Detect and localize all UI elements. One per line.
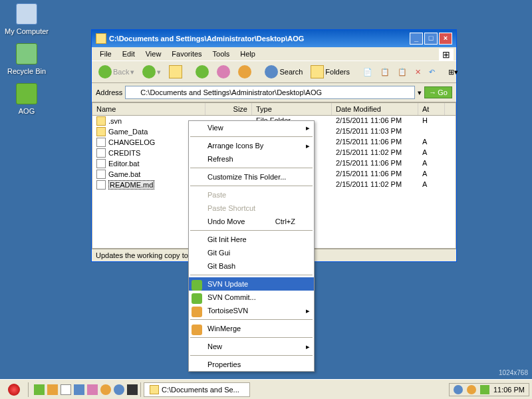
up-button[interactable] [166,64,185,80]
folders-button[interactable]: Folders [308,64,352,80]
svn-commit-icon [192,293,202,304]
tool-button[interactable]: 📋 [378,66,392,78]
file-attr: H [422,116,449,126]
taskbar-button[interactable]: C:\Documents and Se... [144,382,250,397]
menu-favorites[interactable]: Favorites [166,49,207,59]
svn-update-icon [192,280,202,291]
ctx-winmerge[interactable]: WinMerge [189,322,314,335]
ql-icon[interactable] [74,384,84,395]
close-button[interactable]: × [439,33,452,45]
ctx-git-init-here[interactable]: Git Init Here [189,233,314,246]
ctx-label: Paste [207,191,226,199]
menu-help[interactable]: Help [235,49,261,59]
desktop-icon-my-computer[interactable]: My Computer [3,3,50,35]
file-icon [96,159,106,168]
desktop-icon-aog[interactable]: AOG [3,83,50,115]
tool-button[interactable] [193,64,211,80]
toolbar: Back ▾ ▾ Search Folders 📄 📋 📋 ✕ ↶ ⊞▾ [92,61,456,83]
ctx-view[interactable]: View [189,121,314,134]
undo-button[interactable]: ↶ [426,66,438,78]
back-icon [98,65,112,78]
address-input[interactable] [125,86,415,99]
maximize-button[interactable]: □ [424,33,438,45]
ctx-properties[interactable]: Properties [189,358,314,371]
tool-button[interactable] [235,64,254,80]
titlebar[interactable]: C:\Documents and Settings\Administrator\… [92,30,456,47]
ctx-git-bash[interactable]: Git Bash [189,259,314,273]
ctx-svn-commit-[interactable]: SVN Commit... [189,291,314,304]
ql-icon[interactable] [34,384,45,395]
views-button[interactable]: ⊞▾ [446,66,461,78]
forward-button[interactable]: ▾ [140,64,164,80]
shortcut: Ctrl+Z [275,217,295,225]
ql-icon[interactable] [87,384,98,395]
menu-tools[interactable]: Tools [207,49,235,59]
file-attr: A [422,148,449,158]
ctx-customize-this-folder-[interactable]: Customize This Folder... [189,170,314,184]
search-icon [265,65,278,78]
col-size[interactable]: Size [205,103,252,115]
file-date: 2/15/2011 11:02 PM [336,148,422,158]
window-title: C:\Documents and Settings\Administrator\… [109,35,304,43]
ctx-label: Arrange Icons By [207,142,263,150]
ctx-git-gui[interactable]: Git Gui [189,246,314,259]
ctx-label: New [207,342,222,350]
tool-button[interactable] [214,64,233,80]
ctx-new[interactable]: New [189,340,314,353]
ql-icon[interactable] [127,384,138,395]
start-button[interactable] [3,382,25,397]
column-headers: Name Size Type Date Modified At [92,103,456,116]
ql-icon[interactable] [61,384,71,395]
delete-button[interactable]: ✕ [412,66,424,78]
up-icon [169,65,182,78]
ctx-label: Paste Shortcut [207,204,255,212]
tool-button[interactable]: 📋 [395,66,410,78]
minimize-button[interactable]: _ [410,33,423,45]
menu-edit[interactable]: Edit [117,49,140,59]
ctx-svn-update[interactable]: SVN Update [189,277,314,291]
col-date[interactable]: Date Modified [332,103,418,115]
taskbar: C:\Documents and Se... 11:06 PM [0,379,532,399]
start-icon [8,384,20,396]
file-icon [96,138,106,147]
col-type[interactable]: Type [252,103,332,115]
ctx-paste: Paste [189,188,314,201]
clock[interactable]: 11:06 PM [493,386,525,394]
ctx-label: SVN Commit... [207,293,256,301]
tray-icon[interactable] [480,385,489,394]
ctx-undo-move[interactable]: Undo MoveCtrl+Z [189,215,314,228]
ctx-arrange-icons-by[interactable]: Arrange Icons By [189,139,314,152]
folder-icon [16,83,37,104]
computer-icon [16,3,37,25]
tool-button[interactable]: 📄 [360,66,375,78]
tray-icon[interactable] [454,385,463,394]
windows-logo-icon: ⊞ [439,49,454,61]
tray-icon[interactable] [467,385,476,394]
col-name[interactable]: Name [92,103,205,115]
ctx-label: Customize This Folder... [207,173,286,181]
ql-icon[interactable] [100,384,111,395]
system-tray: 11:06 PM [449,383,529,396]
desktop-icon-recycle-bin[interactable]: Recycle Bin [3,43,50,75]
col-attr[interactable]: At [418,103,445,115]
back-button[interactable]: Back ▾ [96,64,137,80]
ql-icon[interactable] [47,384,58,395]
winmerge-icon [192,325,202,335]
menu-view[interactable]: View [140,49,167,59]
ctx-refresh[interactable]: Refresh [189,152,314,166]
ctx-label: Git Gui [207,249,230,257]
menu-file[interactable]: File [94,49,117,59]
quicklaunch [34,384,138,395]
ctx-label: Refresh [207,155,233,163]
file-icon [96,180,106,190]
ctx-label: Properties [207,360,241,368]
go-button[interactable]: → Go [424,86,452,98]
file-date: 2/15/2011 11:06 PM [336,159,422,168]
ql-icon[interactable] [114,384,124,395]
file-icon [96,127,106,136]
search-button[interactable]: Search [262,64,305,80]
ctx-tortoisesvn[interactable]: TortoiseSVN [189,304,314,317]
address-dropdown[interactable]: ▾ [418,88,422,97]
tortoise-icon [192,307,202,317]
file-attr: A [422,138,449,147]
